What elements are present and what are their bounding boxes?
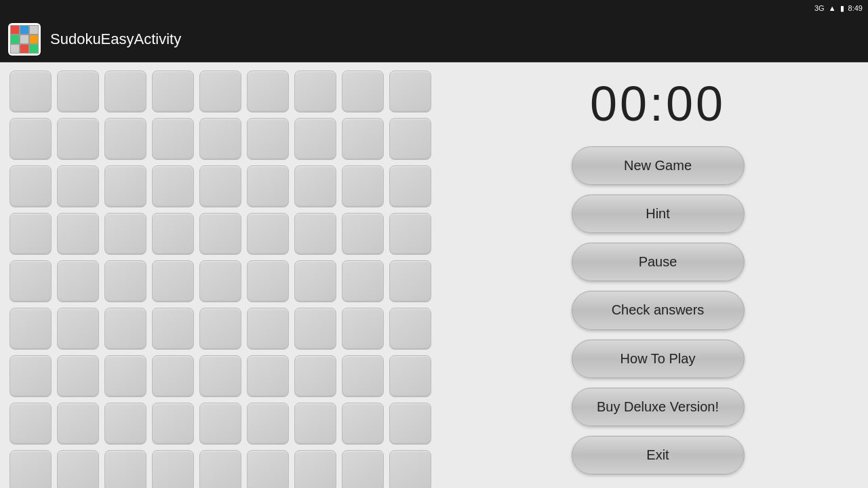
sudoku-cell[interactable] (104, 355, 146, 397)
sudoku-cell[interactable] (342, 308, 384, 350)
sudoku-cell[interactable] (342, 213, 384, 255)
sudoku-cell[interactable] (9, 260, 52, 302)
sudoku-cell[interactable] (294, 403, 336, 445)
sudoku-cell[interactable] (199, 403, 241, 445)
new-game-button[interactable]: New Game (572, 146, 745, 185)
sudoku-cell[interactable] (57, 118, 99, 160)
sudoku-cell[interactable] (389, 70, 431, 113)
sudoku-cell[interactable] (104, 260, 146, 302)
sudoku-cell[interactable] (9, 165, 52, 207)
sudoku-cell[interactable] (294, 70, 336, 113)
sudoku-cell[interactable] (294, 450, 336, 488)
sudoku-cell[interactable] (57, 450, 99, 488)
sudoku-cell[interactable] (389, 308, 431, 350)
hint-button[interactable]: Hint (572, 195, 745, 233)
sudoku-cell[interactable] (9, 355, 52, 397)
pause-button[interactable]: Pause (572, 243, 745, 281)
sudoku-cell[interactable] (104, 213, 146, 255)
signal-icon: ▲ (829, 4, 836, 12)
sudoku-cell[interactable] (9, 213, 52, 255)
sudoku-cell[interactable] (294, 118, 336, 160)
sudoku-cell[interactable] (9, 403, 52, 445)
sudoku-cell[interactable] (57, 355, 99, 397)
sudoku-cell[interactable] (152, 450, 194, 488)
buy-deluxe-button[interactable]: Buy Deluxe Version! (572, 388, 745, 426)
sudoku-cell[interactable] (199, 213, 241, 255)
sudoku-cell[interactable] (294, 213, 336, 255)
sudoku-cell[interactable] (57, 308, 99, 350)
sudoku-cell[interactable] (152, 70, 194, 113)
status-bar: 3G ▲ ▮ 8:49 (0, 0, 868, 16)
sudoku-cell[interactable] (247, 450, 289, 488)
sudoku-cell[interactable] (247, 403, 289, 445)
sudoku-cell[interactable] (389, 260, 431, 302)
sudoku-cell[interactable] (104, 118, 146, 160)
main-content: 00:00 New GameHintPauseCheck answersHow … (0, 62, 868, 488)
sudoku-cell[interactable] (389, 213, 431, 255)
sudoku-cell[interactable] (104, 165, 146, 207)
sudoku-cell[interactable] (104, 403, 146, 445)
battery-icon: ▮ (840, 4, 844, 13)
sudoku-grid (9, 70, 434, 488)
sudoku-cell[interactable] (342, 403, 384, 445)
sudoku-cell[interactable] (342, 355, 384, 397)
sudoku-cell[interactable] (342, 450, 384, 488)
sudoku-cell[interactable] (199, 70, 241, 113)
sudoku-cell[interactable] (389, 165, 431, 207)
sudoku-cell[interactable] (247, 118, 289, 160)
sudoku-cell[interactable] (294, 165, 336, 207)
sudoku-cell[interactable] (9, 308, 52, 350)
exit-button[interactable]: Exit (572, 436, 745, 474)
signal-strength: 3G (814, 4, 825, 12)
sudoku-cell[interactable] (294, 355, 336, 397)
sudoku-cell[interactable] (152, 260, 194, 302)
sudoku-cell[interactable] (294, 260, 336, 302)
sudoku-cell[interactable] (152, 355, 194, 397)
sudoku-cell[interactable] (247, 355, 289, 397)
sudoku-cell[interactable] (199, 450, 241, 488)
sudoku-cell[interactable] (294, 308, 336, 350)
right-panel: 00:00 New GameHintPauseCheck answersHow … (448, 62, 868, 488)
sudoku-cell[interactable] (57, 70, 99, 113)
sudoku-cell[interactable] (9, 450, 52, 488)
timer-display: 00:00 (590, 76, 726, 131)
sudoku-cell[interactable] (152, 403, 194, 445)
sudoku-cell[interactable] (342, 118, 384, 160)
how-to-play-button[interactable]: How To Play (572, 340, 745, 378)
sudoku-cell[interactable] (9, 70, 52, 113)
sudoku-cell[interactable] (152, 308, 194, 350)
sudoku-cell[interactable] (199, 355, 241, 397)
sudoku-cell[interactable] (247, 70, 289, 113)
sudoku-cell[interactable] (199, 260, 241, 302)
app-bar: SudokuEasyActivity (0, 16, 868, 62)
sudoku-cell[interactable] (104, 450, 146, 488)
sudoku-cell[interactable] (199, 308, 241, 350)
sudoku-cell[interactable] (342, 70, 384, 113)
sudoku-cell[interactable] (247, 213, 289, 255)
sudoku-cell[interactable] (57, 403, 99, 445)
sudoku-cell[interactable] (247, 165, 289, 207)
sudoku-cell[interactable] (57, 165, 99, 207)
check-answers-button[interactable]: Check answers (572, 291, 745, 329)
sudoku-cell[interactable] (389, 450, 431, 488)
sudoku-cell[interactable] (152, 118, 194, 160)
sudoku-area (0, 62, 448, 488)
sudoku-cell[interactable] (152, 213, 194, 255)
sudoku-cell[interactable] (57, 213, 99, 255)
sudoku-cell[interactable] (342, 165, 384, 207)
app-icon (8, 23, 41, 56)
sudoku-cell[interactable] (247, 260, 289, 302)
sudoku-cell[interactable] (247, 308, 289, 350)
sudoku-cell[interactable] (152, 165, 194, 207)
sudoku-cell[interactable] (104, 70, 146, 113)
clock: 8:49 (848, 4, 863, 12)
sudoku-cell[interactable] (57, 260, 99, 302)
sudoku-cell[interactable] (104, 308, 146, 350)
sudoku-cell[interactable] (389, 403, 431, 445)
sudoku-cell[interactable] (389, 355, 431, 397)
sudoku-cell[interactable] (9, 118, 52, 160)
sudoku-cell[interactable] (199, 165, 241, 207)
sudoku-cell[interactable] (342, 260, 384, 302)
sudoku-cell[interactable] (199, 118, 241, 160)
sudoku-cell[interactable] (389, 118, 431, 160)
